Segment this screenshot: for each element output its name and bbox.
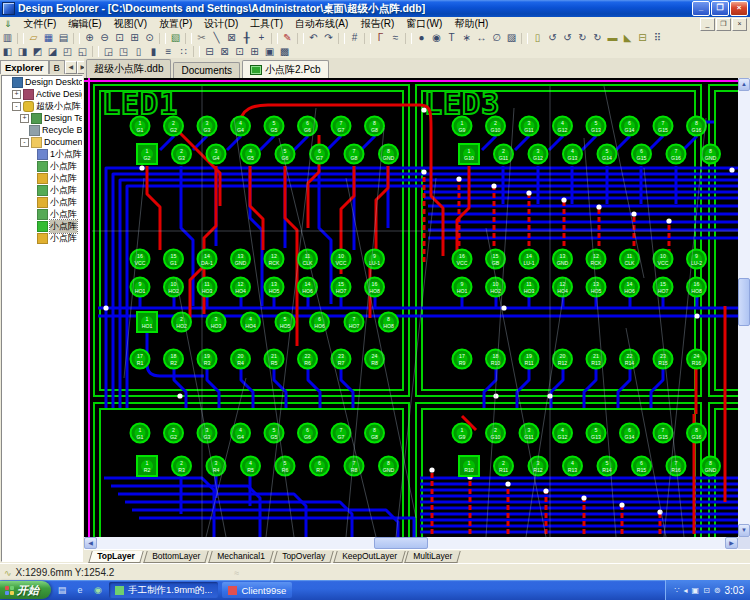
tree-item-4[interactable]: Recycle B <box>2 124 82 136</box>
scroll-up-icon[interactable]: ▲ <box>738 78 750 91</box>
zoom-document-icon[interactable]: ⊞ <box>127 32 142 44</box>
menu-item-3[interactable]: 放置(P) <box>153 17 198 31</box>
pad-LED-bottom-right-G12-4[interactable]: 4G12 <box>553 424 572 443</box>
pencil-icon[interactable]: ✎ <box>280 32 295 44</box>
pad-LED3-R9-17[interactable]: 17R9 <box>453 350 472 369</box>
pad-LED1-G1-1[interactable]: 1G1 <box>131 117 150 136</box>
pad-LED1-CLK-11[interactable]: 11CLK <box>298 250 317 269</box>
pad-LED3-R15-23[interactable]: 23R15 <box>654 350 673 369</box>
pad-LED1-G2-1[interactable]: 1G2 <box>137 144 157 164</box>
space-equal-icon[interactable]: ≡ <box>161 46 176 58</box>
task-button-0[interactable]: 手工制作1.9mm的... <box>109 582 218 598</box>
pad-LED1-G8-7[interactable]: 7G8 <box>345 145 364 164</box>
doc-tab-0[interactable]: 超级小点阵.ddb <box>86 59 171 78</box>
rotate-cw2-icon[interactable]: ↻ <box>590 32 605 44</box>
mdi-restore-button[interactable]: ❐ <box>716 18 731 31</box>
pad-LED1-G5-5[interactable]: 5G5 <box>265 117 284 136</box>
pad-LED1-G3-3[interactable]: 3G3 <box>198 117 217 136</box>
minimize-button[interactable]: _ <box>692 1 710 16</box>
hatch-fill-icon[interactable]: ▨ <box>504 32 519 44</box>
tree-item-5[interactable]: -Documents <box>2 136 82 148</box>
pad-LED1-R6-22[interactable]: 22R6 <box>298 350 317 369</box>
pad-LED3-HO3-11[interactable]: 11HO3 <box>520 278 539 297</box>
cross-icon[interactable]: + <box>254 32 269 44</box>
pad-LED3-G16-8[interactable]: 8G16 <box>687 117 706 136</box>
scroll-left-icon[interactable]: ◀ <box>84 537 97 549</box>
tree-item-11[interactable]: 小点阵 <box>2 208 82 220</box>
pad-LED-bottom-left-G5-5[interactable]: 5G5 <box>265 424 284 443</box>
menu-item-8[interactable]: 窗口(W) <box>400 17 448 31</box>
via-20[interactable] <box>505 481 510 486</box>
layer-tab-topoverlay[interactable]: TopOverlay <box>273 551 333 563</box>
pad-LED-bottom-right-G16-8[interactable]: 8G16 <box>687 424 706 443</box>
center-h-icon[interactable]: ▯ <box>131 46 146 58</box>
pad-LED3-GB-15[interactable]: 15GB <box>486 250 505 269</box>
via-10[interactable] <box>421 169 426 174</box>
select-area-icon[interactable]: ⊠ <box>224 32 239 44</box>
pad-LED1-R4-20[interactable]: 20R4 <box>231 350 250 369</box>
pad-LED1-GND-13[interactable]: 13GND <box>231 250 250 269</box>
pad-LED3-GND-13[interactable]: 13GND <box>553 250 572 269</box>
task-button-1[interactable]: Client99se <box>222 582 292 598</box>
polygon-icon[interactable]: ∅ <box>489 32 504 44</box>
pad-LED-bottom-left-G8-8[interactable]: 8G8 <box>365 424 384 443</box>
menu-item-6[interactable]: 自动布线(A) <box>289 17 354 31</box>
pad-LED3-VCC-16[interactable]: 16VCC <box>453 250 472 269</box>
expand-icon[interactable]: + <box>12 90 21 99</box>
layer-tab-keepoutlayer[interactable]: KeepOutLayer <box>333 551 405 563</box>
pad-LED1-HO2-10[interactable]: 10HO2 <box>164 278 183 297</box>
via-3[interactable] <box>694 313 699 318</box>
pad-LED1-HO4-12[interactable]: 12HO4 <box>231 278 250 297</box>
pad-LED3-G13-4[interactable]: 4G13 <box>563 145 582 164</box>
via-0[interactable] <box>103 305 108 310</box>
coordinate-icon[interactable]: ∗ <box>459 32 474 44</box>
pad-LED3-RCK-12[interactable]: 12RCK <box>587 250 606 269</box>
via-16[interactable] <box>631 211 636 216</box>
pad-LED1-HO5-13[interactable]: 13HO5 <box>265 278 284 297</box>
layer-tab-multilayer[interactable]: MultiLayer <box>405 551 462 563</box>
expand-icon[interactable]: + <box>20 114 29 123</box>
via-15[interactable] <box>596 204 601 209</box>
close-button[interactable]: × <box>730 1 748 16</box>
pad-LED1-HO7-7[interactable]: 7HO7 <box>345 313 364 332</box>
pad-LED1-R1-17[interactable]: 17R1 <box>131 350 150 369</box>
pad-LED3-LU-2-9[interactable]: 9LU-2 <box>687 250 706 269</box>
horizontal-scrollbar[interactable]: ◀ ▶ <box>84 537 738 549</box>
open-document-icon[interactable]: ▱ <box>26 32 41 44</box>
pcb-canvas[interactable]: LED1LED31G12G23G34G45G56G67G78G81G22G33G… <box>84 78 738 537</box>
undo-icon[interactable]: ↶ <box>306 32 321 44</box>
update-pcb-icon[interactable]: ▩ <box>277 46 292 58</box>
network-icon[interactable]: ⊡ <box>703 586 710 595</box>
align-top-icon[interactable]: ◲ <box>101 46 116 58</box>
menu-item-5[interactable]: 工具(T) <box>244 17 289 31</box>
component-icon[interactable]: ◧ <box>0 46 15 58</box>
pad-LED-bottom-right-R10-1[interactable]: 1R10 <box>459 456 479 476</box>
redo-icon[interactable]: ↷ <box>321 32 336 44</box>
pad-LED3-R11-19[interactable]: 19R11 <box>520 350 539 369</box>
via-8[interactable] <box>729 167 734 172</box>
layer-tab-bottomlayer[interactable]: BottomLayer <box>143 551 209 563</box>
pad-LED3-VCC-10[interactable]: 10VCC <box>654 250 673 269</box>
tree-item-3[interactable]: +Design Te <box>2 112 82 124</box>
pad-LED3-G14-6[interactable]: 6G14 <box>620 117 639 136</box>
pad-LED-bottom-left-G6-6[interactable]: 6G6 <box>298 424 317 443</box>
pad-LED3-LU-1-14[interactable]: 14LU-1 <box>520 250 539 269</box>
via-17[interactable] <box>666 218 671 223</box>
show-desktop-icon[interactable]: ▤ <box>55 583 69 597</box>
pad-LED-bottom-right-GND-8[interactable]: 8GND <box>701 457 720 476</box>
paste-icon[interactable]: ⊟ <box>635 32 650 44</box>
via-6[interactable] <box>177 393 182 398</box>
pad-LED1-HO6-6[interactable]: 6HO6 <box>310 313 329 332</box>
mdi-minimize-button[interactable]: _ <box>700 18 715 31</box>
pad-LED-bottom-right-R15-6[interactable]: 6R15 <box>632 457 651 476</box>
pad-LED1-G1-15[interactable]: 15G1 <box>164 250 183 269</box>
tree-item-7[interactable]: 小点阵 <box>2 160 82 172</box>
collapse-chevron-icon[interactable]: ◂ <box>684 586 688 595</box>
pad-LED3-G16-7[interactable]: 7G16 <box>667 145 686 164</box>
via-12[interactable] <box>491 183 496 188</box>
pad-LED3-G12-4[interactable]: 4G12 <box>553 117 572 136</box>
menu-item-4[interactable]: 设计(D) <box>198 17 244 31</box>
pad-LED3-G13-5[interactable]: 5G13 <box>587 117 606 136</box>
string-icon[interactable]: T <box>444 32 459 44</box>
menu-item-9[interactable]: 帮助(H) <box>448 17 494 31</box>
